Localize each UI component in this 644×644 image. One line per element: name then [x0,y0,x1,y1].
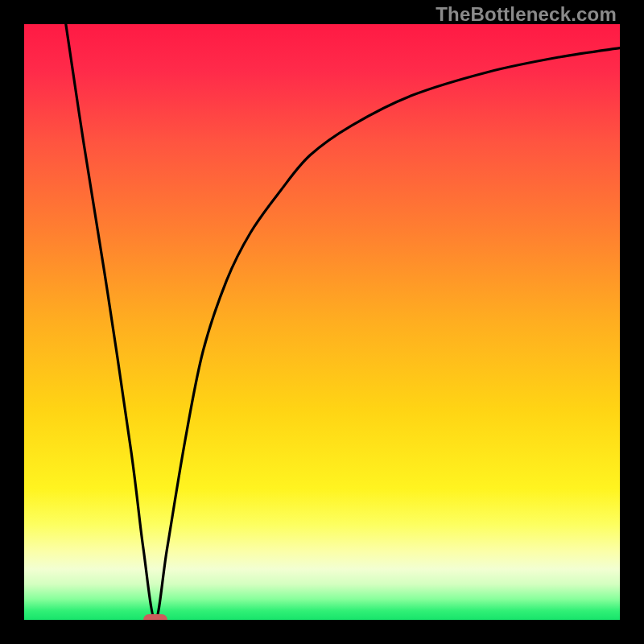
chart-frame: TheBottleneck.com [0,0,644,644]
plot-area [24,24,620,620]
bottleneck-curve [24,24,620,620]
optimal-marker [143,614,167,620]
watermark-text: TheBottleneck.com [436,3,617,26]
